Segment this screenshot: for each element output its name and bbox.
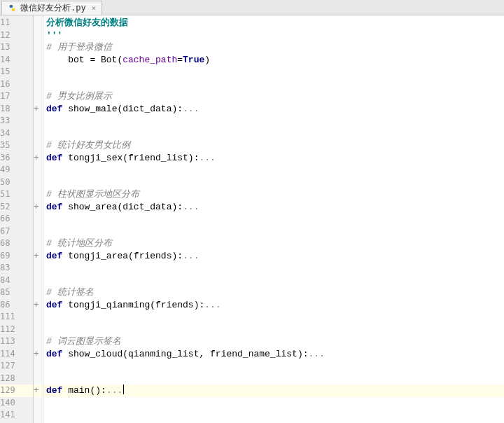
line-number: 67 (0, 226, 33, 238)
line-number: 14 (0, 54, 33, 67)
fold-placeholder (34, 139, 43, 152)
code-line[interactable]: def tongji_qianming(friends):... (43, 299, 504, 312)
line-number: 33 (0, 115, 33, 127)
line-number: 83 (0, 262, 33, 275)
fold-placeholder (34, 213, 43, 226)
line-number: 141 (0, 409, 33, 422)
code-line[interactable] (43, 275, 504, 287)
code-line[interactable] (43, 311, 504, 324)
tab-filename: 微信好友分析.py (20, 2, 86, 14)
line-number: 13 (0, 41, 33, 54)
line-number: 52 (0, 201, 33, 214)
fold-placeholder (34, 397, 43, 410)
line-number: 129 (0, 384, 33, 397)
tab-bar: 微信好友分析.py × (0, 0, 504, 15)
fold-placeholder (34, 164, 43, 176)
code-line[interactable]: # 男女比例展示 (43, 90, 504, 103)
code-line[interactable]: bot = Bot(cache_path=True) (43, 54, 504, 67)
line-number: 17 (0, 90, 33, 103)
fold-placeholder (34, 324, 43, 336)
code-line[interactable]: # 柱状图显示地区分布 (43, 188, 504, 201)
fold-placeholder (34, 29, 43, 42)
close-icon[interactable]: × (92, 4, 97, 13)
line-number: 34 (0, 127, 33, 140)
fold-expand-icon[interactable]: + (34, 250, 43, 263)
fold-placeholder (34, 66, 43, 78)
fold-placeholder (34, 262, 43, 275)
code-line[interactable] (43, 409, 504, 422)
code-line[interactable] (43, 397, 504, 410)
line-number: 68 (0, 237, 33, 250)
code-line[interactable] (43, 66, 504, 78)
code-line[interactable]: def tongji_area(friends):... (43, 250, 504, 263)
code-line[interactable]: # 用于登录微信 (43, 41, 504, 54)
code-line[interactable]: # 词云图显示签名 (43, 335, 504, 348)
line-number: 66 (0, 213, 33, 226)
fold-placeholder (34, 286, 43, 299)
line-number: 35 (0, 139, 33, 152)
code-line[interactable] (43, 176, 504, 189)
fold-placeholder (34, 176, 43, 189)
code-line[interactable] (43, 78, 504, 91)
fold-placeholder (34, 311, 43, 324)
fold-expand-icon[interactable]: + (34, 152, 43, 165)
code-line[interactable]: def show_area(dict_data):... (43, 201, 504, 214)
code-line[interactable] (43, 324, 504, 336)
fold-placeholder (34, 275, 43, 287)
code-line[interactable]: # 统计好友男女比例 (43, 139, 504, 152)
fold-placeholder (34, 335, 43, 348)
code-line[interactable]: def show_cloud(qianming_list, friend_nam… (43, 348, 504, 361)
line-number: 85 (0, 286, 33, 299)
fold-placeholder (34, 54, 43, 67)
line-number: 69 (0, 250, 33, 263)
line-number: 51 (0, 188, 33, 201)
file-tab[interactable]: 微信好友分析.py × (1, 1, 102, 15)
fold-placeholder (34, 41, 43, 54)
fold-placeholder (34, 115, 43, 127)
code-line[interactable] (43, 360, 504, 373)
code-line[interactable]: ''' (43, 29, 504, 42)
code-area[interactable]: 分析微信好友的数据 ''' # 用于登录微信 bot = Bot(cache_p… (43, 15, 504, 423)
code-line[interactable] (43, 164, 504, 176)
line-number: 128 (0, 373, 33, 385)
fold-placeholder (34, 360, 43, 373)
line-number: 114 (0, 348, 33, 361)
code-line[interactable] (43, 115, 504, 127)
fold-placeholder (34, 17, 43, 29)
code-line[interactable] (43, 262, 504, 275)
line-number: 112 (0, 324, 33, 336)
line-number: 49 (0, 164, 33, 176)
code-line[interactable] (43, 127, 504, 140)
fold-expand-icon[interactable]: + (34, 201, 43, 214)
code-line[interactable]: def tongji_sex(friend_list):... (43, 152, 504, 165)
svg-point-0 (9, 4, 13, 8)
line-number: 18 (0, 103, 33, 116)
line-number: 15 (0, 66, 33, 78)
code-line[interactable]: # 统计地区分布 (43, 237, 504, 250)
fold-placeholder (34, 78, 43, 91)
line-number: 127 (0, 360, 33, 373)
fold-placeholder (34, 373, 43, 385)
code-line[interactable]: def main():... (43, 384, 504, 397)
code-line[interactable] (43, 373, 504, 385)
fold-placeholder (34, 237, 43, 250)
code-line[interactable] (43, 213, 504, 226)
svg-point-1 (12, 8, 15, 11)
line-number: 11 (0, 17, 33, 29)
fold-expand-icon[interactable]: + (34, 348, 43, 361)
fold-expand-icon[interactable]: + (34, 299, 43, 312)
fold-placeholder (34, 90, 43, 103)
code-line[interactable]: def show_male(dict_data):... (43, 103, 504, 116)
line-number: 113 (0, 335, 33, 348)
line-number: 111 (0, 311, 33, 324)
fold-expand-icon[interactable]: + (34, 384, 43, 397)
code-line[interactable]: # 统计签名 (43, 286, 504, 299)
fold-gutter: +++++++ (34, 15, 43, 423)
code-line[interactable] (43, 226, 504, 238)
code-line[interactable]: 分析微信好友的数据 (43, 17, 504, 29)
line-number-gutter: 1112131415161718333435364950515266676869… (0, 15, 34, 423)
fold-placeholder (34, 409, 43, 422)
line-number: 36 (0, 152, 33, 165)
fold-expand-icon[interactable]: + (34, 103, 43, 116)
code-editor[interactable]: 1112131415161718333435364950515266676869… (0, 15, 504, 423)
